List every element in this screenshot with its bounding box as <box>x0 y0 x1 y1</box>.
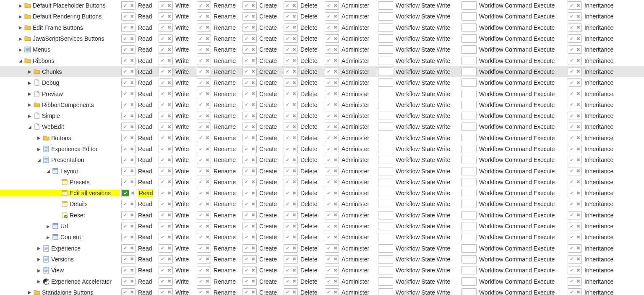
permission-toggle[interactable]: ✔✖ <box>121 167 136 175</box>
allow-icon[interactable]: ✔ <box>159 123 166 131</box>
allow-icon[interactable]: ✔ <box>284 2 291 9</box>
permission-toggle[interactable]: ✔✖ <box>325 78 339 87</box>
allow-icon[interactable]: ✔ <box>197 101 204 109</box>
deny-icon[interactable]: ✖ <box>128 178 135 186</box>
permission-toggle[interactable]: ✔✖ <box>242 34 257 43</box>
tree-row[interactable]: ▶Experience✔✖Read✔✖Write✔✖Rename✔✖Create… <box>0 243 644 254</box>
permission-toggle[interactable] <box>378 178 393 186</box>
permission-toggle[interactable]: ✔✖ <box>284 123 298 131</box>
expand-icon[interactable]: ▶ <box>36 279 42 285</box>
allow-icon[interactable]: ✔ <box>159 79 166 86</box>
allow-icon[interactable]: ✔ <box>568 178 575 186</box>
allow-icon[interactable]: ✔ <box>325 266 332 274</box>
permission-toggle[interactable] <box>378 255 393 264</box>
allow-icon[interactable]: ✔ <box>325 145 332 153</box>
tree-row[interactable]: ▶Simple✔✖Read✔✖Write✔✖Rename✔✖Create✔✖De… <box>0 110 644 121</box>
deny-icon[interactable]: ✖ <box>332 24 339 31</box>
tree-row[interactable]: ▶Buttons✔✖Read✔✖Write✔✖Rename✔✖Create✔✖D… <box>0 133 644 144</box>
allow-icon[interactable]: ✔ <box>284 13 291 20</box>
permission-toggle[interactable]: ✔✖ <box>121 156 136 164</box>
permission-toggle[interactable]: ✔✖ <box>242 57 257 65</box>
deny-icon[interactable]: ✖ <box>332 13 339 20</box>
deny-icon[interactable]: ✖ <box>166 57 172 65</box>
deny-icon[interactable]: ✖ <box>128 278 135 285</box>
permission-toggle[interactable]: ✔✖ <box>121 90 136 98</box>
tree-row[interactable]: ▶Url✔✖Read✔✖Write✔✖Rename✔✖Create✔✖Delet… <box>0 221 644 232</box>
allow-icon[interactable]: ✔ <box>159 233 166 241</box>
permission-toggle[interactable] <box>378 277 393 286</box>
deny-icon[interactable]: ✖ <box>250 245 256 252</box>
permission-toggle[interactable]: ✔✖ <box>197 1 211 10</box>
deny-icon[interactable]: ✖ <box>332 222 339 230</box>
allow-icon[interactable]: ✔ <box>197 256 204 263</box>
permission-toggle[interactable]: ✔✖ <box>197 57 211 65</box>
allow-icon[interactable]: ✔ <box>197 68 204 76</box>
deny-icon[interactable]: ✖ <box>166 178 172 186</box>
deny-icon[interactable]: ✖ <box>166 266 172 274</box>
permission-toggle[interactable] <box>461 167 477 175</box>
allow-icon[interactable]: ✔ <box>325 79 332 86</box>
permission-toggle[interactable]: ✔✖ <box>568 156 582 164</box>
allow-icon[interactable]: ✔ <box>325 134 332 142</box>
permission-toggle[interactable]: ✔✖ <box>197 167 211 175</box>
allow-icon[interactable]: ✔ <box>122 123 128 131</box>
deny-icon[interactable]: ✖ <box>291 245 297 252</box>
allow-icon[interactable]: ✔ <box>122 134 128 142</box>
deny-icon[interactable]: ✖ <box>204 57 211 65</box>
allow-icon[interactable]: ✔ <box>159 278 166 285</box>
allow-icon[interactable]: ✔ <box>325 2 332 9</box>
deny-icon[interactable]: ✖ <box>575 13 581 20</box>
permission-toggle[interactable]: ✔✖ <box>159 68 173 76</box>
allow-icon[interactable]: ✔ <box>159 256 166 263</box>
permission-toggle[interactable]: ✔✖ <box>242 45 257 54</box>
deny-icon[interactable]: ✖ <box>291 167 297 175</box>
allow-icon[interactable]: ✔ <box>243 46 250 53</box>
deny-icon[interactable]: ✖ <box>204 233 211 241</box>
permission-toggle[interactable]: ✔✖ <box>242 134 257 142</box>
deny-icon[interactable]: ✖ <box>204 256 211 263</box>
allow-icon[interactable]: ✔ <box>159 101 166 109</box>
allow-icon[interactable]: ✔ <box>325 46 332 53</box>
deny-icon[interactable]: ✖ <box>291 79 297 86</box>
permission-toggle[interactable]: ✔✖ <box>197 12 211 21</box>
allow-icon[interactable]: ✔ <box>122 79 128 86</box>
permission-toggle[interactable]: ✔✖ <box>284 57 298 65</box>
permission-toggle[interactable]: ✔✖ <box>568 1 582 10</box>
deny-icon[interactable]: ✖ <box>332 123 339 131</box>
tree-cell[interactable]: ◢Presentation <box>0 157 120 163</box>
permission-toggle[interactable] <box>461 112 477 120</box>
allow-icon[interactable]: ✔ <box>568 256 575 263</box>
permission-toggle[interactable]: ✔✖ <box>284 178 298 186</box>
deny-icon[interactable]: ✖ <box>204 35 211 42</box>
deny-icon[interactable]: ✖ <box>204 266 211 274</box>
deny-icon[interactable]: ✖ <box>250 167 256 175</box>
permission-toggle[interactable]: ✔✖ <box>284 266 298 274</box>
tree-row[interactable]: ▶Versions✔✖Read✔✖Write✔✖Rename✔✖Create✔✖… <box>0 254 644 265</box>
deny-icon[interactable]: ✖ <box>204 79 211 86</box>
deny-icon[interactable]: ✖ <box>204 200 211 208</box>
allow-icon[interactable]: ✔ <box>122 289 128 295</box>
permission-toggle[interactable]: ✔✖ <box>197 23 211 32</box>
deny-icon[interactable]: ✖ <box>291 123 297 131</box>
allow-icon[interactable]: ✔ <box>568 57 575 65</box>
allow-icon[interactable]: ✔ <box>197 145 204 153</box>
deny-icon[interactable]: ✖ <box>166 123 172 131</box>
deny-icon[interactable]: ✖ <box>166 101 172 109</box>
deny-icon[interactable]: ✖ <box>332 167 339 175</box>
deny-icon[interactable]: ✖ <box>575 123 581 131</box>
allow-icon[interactable]: ✔ <box>284 68 291 76</box>
permission-toggle[interactable]: ✔✖ <box>159 178 173 186</box>
permission-toggle[interactable]: ✔✖ <box>121 233 136 241</box>
deny-icon[interactable]: ✖ <box>332 256 339 263</box>
allow-icon[interactable]: ✔ <box>197 245 204 252</box>
allow-icon[interactable]: ✔ <box>197 178 204 186</box>
permission-toggle[interactable]: ✔✖ <box>568 90 582 98</box>
deny-icon[interactable]: ✖ <box>332 46 339 53</box>
allow-icon[interactable]: ✔ <box>243 266 250 274</box>
permission-toggle[interactable]: ✔✖ <box>121 266 136 274</box>
deny-icon[interactable]: ✖ <box>129 189 136 197</box>
allow-icon[interactable]: ✔ <box>568 156 575 164</box>
allow-icon[interactable]: ✔ <box>325 256 332 263</box>
deny-icon[interactable]: ✖ <box>204 145 211 153</box>
tree-cell[interactable]: ▶Menus <box>0 46 120 53</box>
